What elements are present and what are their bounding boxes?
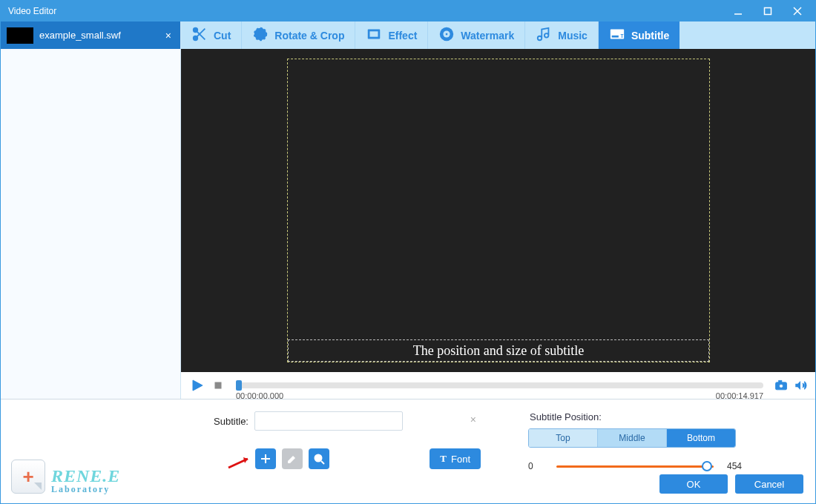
svg-rect-16 [612, 36, 619, 38]
svg-rect-22 [779, 380, 782, 382]
stop-button[interactable] [211, 378, 226, 393]
maximize-button[interactable] [753, 1, 783, 21]
subtitle-edit-area: Subtitle: × [214, 411, 481, 495]
seek-handle[interactable] [236, 380, 242, 391]
position-slider[interactable] [556, 465, 714, 468]
edit-subtitle-button[interactable] [282, 448, 303, 469]
subtitle-input[interactable] [254, 411, 403, 431]
tab-rotate-crop[interactable]: Rotate & Crop [242, 21, 355, 49]
subtitle-area-box[interactable]: The position and size of subtitle [287, 59, 710, 362]
svg-point-14 [446, 33, 448, 36]
close-button[interactable] [783, 1, 812, 21]
svg-rect-11 [370, 31, 378, 36]
tab-label: Subtitle [631, 30, 669, 42]
file-sidebar: example_small.swf × [1, 21, 181, 399]
annotation-arrow-icon [226, 454, 255, 469]
tab-watermark[interactable]: Watermark [428, 21, 525, 49]
seek-slider[interactable]: 00:00:00.000 00:00:14.917 [236, 382, 763, 388]
file-close-icon[interactable]: × [162, 30, 174, 42]
minimize-button[interactable] [723, 1, 753, 21]
tool-tabs: Cut Rotate & Crop Effect Watermark [181, 21, 815, 49]
svg-marker-18 [193, 380, 203, 391]
clear-input-icon[interactable]: × [470, 414, 476, 425]
subtitle-field-label: Subtitle: [214, 416, 249, 427]
position-top[interactable]: Top [529, 429, 598, 447]
window-title: Video Editor [8, 6, 723, 16]
ok-button[interactable]: OK [659, 474, 728, 494]
tab-subtitle[interactable]: T Subtitle [599, 21, 680, 49]
svg-rect-19 [215, 382, 222, 389]
slider-max: 454 [721, 461, 742, 471]
tab-label: Music [558, 30, 588, 42]
font-icon: T [440, 453, 447, 465]
logo-sub-text: Laboratory [51, 485, 120, 494]
file-name: example_small.swf [39, 30, 157, 41]
logo-badge-icon: + [11, 460, 45, 494]
svg-point-21 [780, 384, 783, 388]
add-subtitle-button[interactable] [255, 448, 276, 469]
file-thumbnail [7, 27, 33, 44]
volume-button[interactable] [793, 378, 808, 393]
svg-line-26 [321, 461, 324, 464]
play-button[interactable] [190, 378, 205, 393]
position-bottom[interactable]: Bottom [667, 429, 735, 447]
titlebar: Video Editor [1, 1, 815, 21]
cancel-button[interactable]: Cancel [735, 474, 803, 494]
tab-effect[interactable]: Effect [355, 21, 428, 49]
bottom-panel: + RENE.E Laboratory Subtitle: × [1, 399, 815, 503]
subtitle-placeholder[interactable]: The position and size of subtitle [288, 339, 709, 362]
music-note-icon [536, 26, 552, 44]
svg-point-25 [315, 455, 322, 462]
subtitle-icon: T [609, 26, 625, 44]
svg-point-4 [194, 28, 198, 33]
subtitle-placeholder-text: The position and size of subtitle [413, 343, 584, 359]
tab-cut[interactable]: Cut [181, 21, 242, 49]
scissors-icon [191, 26, 208, 44]
position-label: Subtitle Position: [524, 411, 771, 422]
slider-handle[interactable] [702, 461, 712, 471]
svg-rect-9 [258, 31, 263, 36]
position-segmented: Top Middle Bottom [528, 428, 736, 448]
svg-marker-23 [795, 381, 800, 390]
slider-min: 0 [528, 461, 549, 471]
playback-bar: 00:00:00.000 00:00:14.917 [181, 372, 815, 399]
tab-label: Rotate & Crop [274, 30, 344, 42]
position-middle[interactable]: Middle [598, 429, 667, 447]
logo-brand-text: RENE.E [51, 467, 120, 485]
watermark-icon [438, 26, 455, 44]
font-button-label: Font [451, 454, 470, 465]
tab-label: Watermark [461, 30, 514, 42]
svg-rect-1 [765, 8, 771, 15]
crop-rotate-icon [252, 26, 269, 44]
file-tab[interactable]: example_small.swf × [1, 21, 180, 49]
brand-logo: + RENE.E Laboratory [1, 399, 181, 503]
effect-icon [366, 26, 382, 44]
tab-label: Cut [214, 30, 231, 42]
search-subtitle-button[interactable] [309, 448, 329, 469]
snapshot-button[interactable] [774, 378, 789, 393]
svg-text:T: T [620, 33, 623, 39]
tab-label: Effect [388, 30, 417, 42]
tab-music[interactable]: Music [525, 21, 599, 49]
svg-point-5 [194, 36, 198, 41]
video-preview: The position and size of subtitle [181, 49, 815, 372]
font-button[interactable]: T Font [430, 448, 481, 469]
